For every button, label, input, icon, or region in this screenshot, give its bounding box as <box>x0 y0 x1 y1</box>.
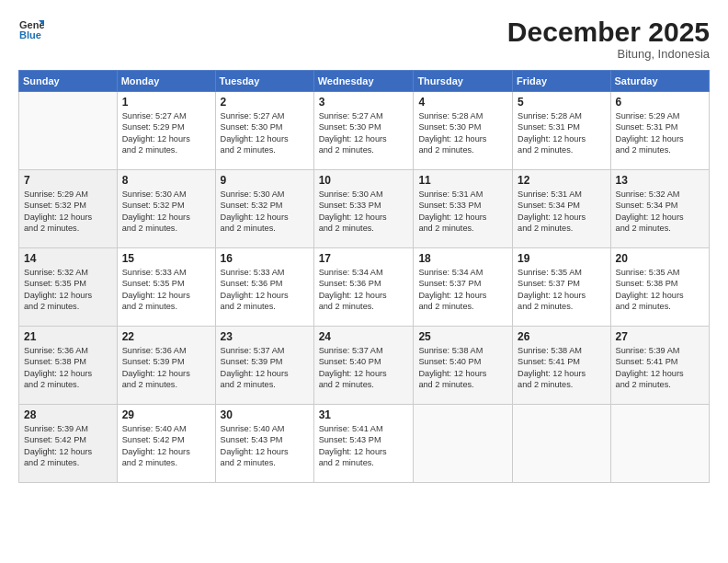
day-info: Sunrise: 5:36 AMSunset: 5:38 PMDaylight:… <box>24 345 112 391</box>
calendar-cell: 7Sunrise: 5:29 AMSunset: 5:32 PMDaylight… <box>19 170 118 248</box>
day-info: Sunrise: 5:36 AMSunset: 5:39 PMDaylight:… <box>122 345 210 391</box>
weekday-header-sunday: Sunday <box>19 71 118 92</box>
day-info: Sunrise: 5:40 AMSunset: 5:43 PMDaylight:… <box>221 423 309 469</box>
day-info: Sunrise: 5:27 AMSunset: 5:30 PMDaylight:… <box>319 110 409 156</box>
day-number: 18 <box>418 252 507 265</box>
day-number: 19 <box>518 252 605 265</box>
calendar-cell: 3Sunrise: 5:27 AMSunset: 5:30 PMDaylight… <box>313 92 414 170</box>
calendar-cell: 31Sunrise: 5:41 AMSunset: 5:43 PMDayligh… <box>313 405 414 483</box>
day-info: Sunrise: 5:38 AMSunset: 5:41 PMDaylight:… <box>518 345 605 391</box>
calendar-cell: 4Sunrise: 5:28 AMSunset: 5:30 PMDaylight… <box>414 92 513 170</box>
day-number: 10 <box>319 174 409 187</box>
calendar-cell: 29Sunrise: 5:40 AMSunset: 5:42 PMDayligh… <box>117 405 215 483</box>
day-info: Sunrise: 5:39 AMSunset: 5:42 PMDaylight:… <box>24 423 112 469</box>
weekday-header-tuesday: Tuesday <box>215 71 313 92</box>
day-number: 14 <box>24 252 112 265</box>
calendar-cell: 28Sunrise: 5:39 AMSunset: 5:42 PMDayligh… <box>19 405 118 483</box>
day-info: Sunrise: 5:34 AMSunset: 5:37 PMDaylight:… <box>418 267 507 313</box>
day-info: Sunrise: 5:30 AMSunset: 5:32 PMDaylight:… <box>122 189 210 235</box>
day-number: 28 <box>24 408 112 421</box>
calendar-cell: 27Sunrise: 5:39 AMSunset: 5:41 PMDayligh… <box>610 327 709 405</box>
month-title: December 2025 <box>507 17 710 47</box>
day-number: 16 <box>221 252 309 265</box>
calendar-cell: 17Sunrise: 5:34 AMSunset: 5:36 PMDayligh… <box>313 248 414 327</box>
calendar-cell: 9Sunrise: 5:30 AMSunset: 5:32 PMDaylight… <box>215 170 313 248</box>
day-info: Sunrise: 5:33 AMSunset: 5:36 PMDaylight:… <box>221 267 309 313</box>
day-number: 9 <box>221 174 309 187</box>
day-info: Sunrise: 5:27 AMSunset: 5:30 PMDaylight:… <box>221 110 309 156</box>
calendar-cell <box>610 405 709 483</box>
calendar-week-1: 1Sunrise: 5:27 AMSunset: 5:29 PMDaylight… <box>19 92 710 170</box>
day-info: Sunrise: 5:28 AMSunset: 5:31 PMDaylight:… <box>518 110 605 156</box>
day-number: 26 <box>518 330 605 343</box>
calendar-cell: 19Sunrise: 5:35 AMSunset: 5:37 PMDayligh… <box>513 248 610 327</box>
calendar-cell: 26Sunrise: 5:38 AMSunset: 5:41 PMDayligh… <box>513 327 610 405</box>
title-area: December 2025 Bitung, Indonesia <box>507 17 710 61</box>
calendar-cell: 14Sunrise: 5:32 AMSunset: 5:35 PMDayligh… <box>19 248 118 327</box>
calendar-cell: 25Sunrise: 5:38 AMSunset: 5:40 PMDayligh… <box>414 327 513 405</box>
day-number: 20 <box>616 252 704 265</box>
calendar-cell: 30Sunrise: 5:40 AMSunset: 5:43 PMDayligh… <box>215 405 313 483</box>
weekday-header-thursday: Thursday <box>414 71 513 92</box>
location: Bitung, Indonesia <box>507 47 710 61</box>
day-info: Sunrise: 5:30 AMSunset: 5:32 PMDaylight:… <box>221 189 309 235</box>
calendar-cell: 23Sunrise: 5:37 AMSunset: 5:39 PMDayligh… <box>215 327 313 405</box>
calendar-week-2: 7Sunrise: 5:29 AMSunset: 5:32 PMDaylight… <box>19 170 710 248</box>
calendar-cell: 8Sunrise: 5:30 AMSunset: 5:32 PMDaylight… <box>117 170 215 248</box>
day-number: 6 <box>616 96 704 109</box>
calendar-week-4: 21Sunrise: 5:36 AMSunset: 5:38 PMDayligh… <box>19 327 710 405</box>
weekday-header-row: SundayMondayTuesdayWednesdayThursdayFrid… <box>19 71 710 92</box>
calendar-cell: 11Sunrise: 5:31 AMSunset: 5:33 PMDayligh… <box>414 170 513 248</box>
calendar-cell: 2Sunrise: 5:27 AMSunset: 5:30 PMDaylight… <box>215 92 313 170</box>
day-info: Sunrise: 5:38 AMSunset: 5:40 PMDaylight:… <box>418 345 507 391</box>
calendar-cell: 24Sunrise: 5:37 AMSunset: 5:40 PMDayligh… <box>313 327 414 405</box>
day-info: Sunrise: 5:29 AMSunset: 5:32 PMDaylight:… <box>24 189 112 235</box>
day-info: Sunrise: 5:39 AMSunset: 5:41 PMDaylight:… <box>616 345 704 391</box>
day-info: Sunrise: 5:32 AMSunset: 5:34 PMDaylight:… <box>616 189 704 235</box>
day-info: Sunrise: 5:28 AMSunset: 5:30 PMDaylight:… <box>418 110 507 156</box>
day-number: 11 <box>418 174 507 187</box>
day-info: Sunrise: 5:35 AMSunset: 5:38 PMDaylight:… <box>616 267 704 313</box>
day-info: Sunrise: 5:31 AMSunset: 5:33 PMDaylight:… <box>418 189 507 235</box>
calendar-week-3: 14Sunrise: 5:32 AMSunset: 5:35 PMDayligh… <box>19 248 710 327</box>
calendar-cell: 13Sunrise: 5:32 AMSunset: 5:34 PMDayligh… <box>610 170 709 248</box>
logo-icon: General Blue <box>18 17 44 42</box>
calendar-table: SundayMondayTuesdayWednesdayThursdayFrid… <box>18 70 710 483</box>
day-info: Sunrise: 5:41 AMSunset: 5:43 PMDaylight:… <box>319 423 409 469</box>
day-info: Sunrise: 5:40 AMSunset: 5:42 PMDaylight:… <box>122 423 210 469</box>
calendar-cell: 22Sunrise: 5:36 AMSunset: 5:39 PMDayligh… <box>117 327 215 405</box>
day-info: Sunrise: 5:31 AMSunset: 5:34 PMDaylight:… <box>518 189 605 235</box>
day-info: Sunrise: 5:35 AMSunset: 5:37 PMDaylight:… <box>518 267 605 313</box>
calendar-cell: 12Sunrise: 5:31 AMSunset: 5:34 PMDayligh… <box>513 170 610 248</box>
day-number: 1 <box>122 96 210 109</box>
day-info: Sunrise: 5:32 AMSunset: 5:35 PMDaylight:… <box>24 267 112 313</box>
day-number: 31 <box>319 408 409 421</box>
calendar-cell: 16Sunrise: 5:33 AMSunset: 5:36 PMDayligh… <box>215 248 313 327</box>
day-number: 22 <box>122 330 210 343</box>
day-number: 25 <box>418 330 507 343</box>
day-number: 4 <box>418 96 507 109</box>
calendar-cell: 1Sunrise: 5:27 AMSunset: 5:29 PMDaylight… <box>117 92 215 170</box>
page-header: General Blue December 2025 Bitung, Indon… <box>18 17 710 61</box>
day-number: 7 <box>24 174 112 187</box>
calendar-cell: 18Sunrise: 5:34 AMSunset: 5:37 PMDayligh… <box>414 248 513 327</box>
day-info: Sunrise: 5:37 AMSunset: 5:39 PMDaylight:… <box>221 345 309 391</box>
day-number: 3 <box>319 96 409 109</box>
svg-text:Blue: Blue <box>19 29 41 40</box>
calendar-cell: 10Sunrise: 5:30 AMSunset: 5:33 PMDayligh… <box>313 170 414 248</box>
day-number: 23 <box>221 330 309 343</box>
day-info: Sunrise: 5:30 AMSunset: 5:33 PMDaylight:… <box>319 189 409 235</box>
weekday-header-wednesday: Wednesday <box>313 71 414 92</box>
day-number: 21 <box>24 330 112 343</box>
calendar-cell: 6Sunrise: 5:29 AMSunset: 5:31 PMDaylight… <box>610 92 709 170</box>
calendar-cell: 5Sunrise: 5:28 AMSunset: 5:31 PMDaylight… <box>513 92 610 170</box>
logo: General Blue <box>18 17 44 42</box>
day-number: 30 <box>221 408 309 421</box>
calendar-cell <box>513 405 610 483</box>
day-number: 13 <box>616 174 704 187</box>
day-number: 15 <box>122 252 210 265</box>
day-info: Sunrise: 5:29 AMSunset: 5:31 PMDaylight:… <box>616 110 704 156</box>
calendar-week-5: 28Sunrise: 5:39 AMSunset: 5:42 PMDayligh… <box>19 405 710 483</box>
weekday-header-saturday: Saturday <box>610 71 709 92</box>
weekday-header-monday: Monday <box>117 71 215 92</box>
